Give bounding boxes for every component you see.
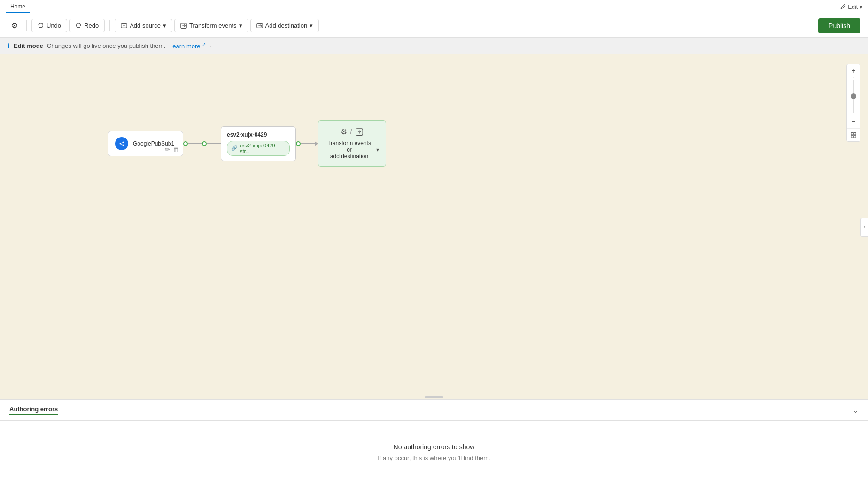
bottom-panel-header: Authoring errors ⌄ (0, 400, 868, 421)
svg-rect-14 (851, 132, 853, 134)
svg-rect-15 (854, 132, 856, 134)
export-icon (355, 127, 364, 136)
svg-point-8 (123, 141, 124, 143)
edit-node-icon[interactable]: ✏ (165, 146, 170, 153)
add-destination-button[interactable]: Add destination ▾ (250, 19, 319, 32)
add-source-chevron: ▾ (163, 22, 166, 29)
svg-point-6 (118, 140, 125, 147)
external-link-icon: ↗ (202, 42, 206, 47)
pubsub-svg (117, 139, 126, 148)
fit-view-button[interactable] (847, 128, 860, 141)
settings-button[interactable]: ⚙ (8, 18, 22, 33)
bottom-panel: Authoring errors ⌄ No authoring errors t… (0, 399, 868, 484)
add-destination-chevron: ▾ (310, 22, 313, 29)
separator-dot: · (209, 42, 211, 49)
canvas-area: GooglePubSub1 ✏ 🗑 esv2-xujx-0429 🔗 esv2-… (0, 54, 868, 399)
learn-more-link[interactable]: Learn more ↗ (169, 42, 206, 50)
event-node-chip: 🔗 esv2-xujx-0429-str... (227, 141, 290, 156)
flow-container: GooglePubSub1 ✏ 🗑 esv2-xujx-0429 🔗 esv2-… (108, 120, 386, 167)
pencil-icon (840, 4, 846, 10)
zoom-out-button[interactable]: − (847, 115, 860, 128)
svg-rect-17 (854, 135, 856, 137)
right-panel-toggle[interactable]: ‹ (860, 218, 868, 237)
zoom-controls: + − (846, 64, 860, 142)
authoring-errors-title: Authoring errors (9, 406, 58, 415)
source-node-actions: ✏ 🗑 (165, 146, 179, 153)
connector-2 (296, 141, 318, 146)
transform-node-icons: ⚙ / (341, 127, 363, 136)
connector-dot-3 (296, 141, 301, 146)
connector-line-3 (301, 143, 315, 144)
edit-menu[interactable]: Edit ▾ (840, 4, 862, 10)
delete-node-icon[interactable]: 🗑 (173, 146, 179, 153)
add-source-button[interactable]: Add source ▾ (115, 19, 172, 32)
transform-icon (180, 23, 187, 29)
bottom-panel-content: No authoring errors to show If any occur… (0, 421, 868, 484)
undo-icon (38, 23, 44, 29)
chip-link-icon: 🔗 (231, 145, 238, 151)
bottom-panel-chevron[interactable]: ⌄ (853, 407, 859, 414)
publish-button[interactable]: Publish (818, 18, 860, 33)
gear-icon: ⚙ (341, 127, 347, 136)
source-node[interactable]: GooglePubSub1 ✏ 🗑 (108, 131, 183, 156)
svg-rect-16 (851, 135, 853, 137)
drag-handle[interactable] (425, 396, 443, 398)
redo-icon (75, 23, 82, 29)
edit-mode-label: Edit mode (14, 42, 43, 49)
transform-node-label: Transform events oradd destination (325, 140, 373, 160)
redo-button[interactable]: Redo (69, 19, 105, 32)
transform-events-chevron: ▾ (239, 22, 242, 29)
event-node-title: esv2-xujx-0429 (227, 131, 290, 138)
event-node[interactable]: esv2-xujx-0429 🔗 esv2-xujx-0429-str... (221, 126, 296, 161)
transform-node[interactable]: ⚙ / Transform events oradd destination ▾ (318, 120, 386, 167)
info-icon: ℹ (8, 42, 10, 50)
fit-view-icon (850, 132, 857, 138)
no-errors-sub: If any occur, this is where you'll find … (378, 454, 490, 461)
connector-dot-1 (183, 141, 188, 146)
home-tab[interactable]: Home (6, 1, 30, 13)
title-bar: Home Edit ▾ (0, 0, 868, 14)
connector-line-1 (188, 143, 202, 144)
transform-events-button[interactable]: Transform events ▾ (174, 19, 248, 32)
svg-point-9 (123, 144, 124, 146)
connector-line-2 (207, 143, 221, 144)
no-errors-label: No authoring errors to show (394, 443, 475, 451)
undo-button[interactable]: Undo (31, 19, 67, 32)
transform-node-chevron[interactable]: ▾ (376, 146, 379, 153)
chip-label: esv2-xujx-0429-str... (240, 143, 286, 154)
edit-banner-message: Changes will go live once you publish th… (47, 42, 165, 49)
add-destination-icon (256, 23, 263, 29)
google-pubsub-icon (115, 137, 128, 150)
settings-icon: ⚙ (11, 21, 18, 30)
edit-banner: ℹ Edit mode Changes will go live once yo… (0, 38, 868, 54)
connector-dot-2 (202, 141, 207, 146)
zoom-in-button[interactable]: + (847, 64, 860, 77)
toolbar-separator-2 (109, 20, 110, 31)
toolbar: ⚙ Undo Redo Add source ▾ Transform (0, 14, 868, 38)
divider-slash: / (350, 128, 352, 136)
svg-point-7 (120, 143, 121, 144)
add-source-icon (121, 23, 127, 29)
zoom-slider-container (853, 77, 854, 115)
connector-1 (183, 141, 221, 146)
toolbar-separator-1 (26, 20, 27, 31)
connector-arrow (315, 141, 318, 146)
